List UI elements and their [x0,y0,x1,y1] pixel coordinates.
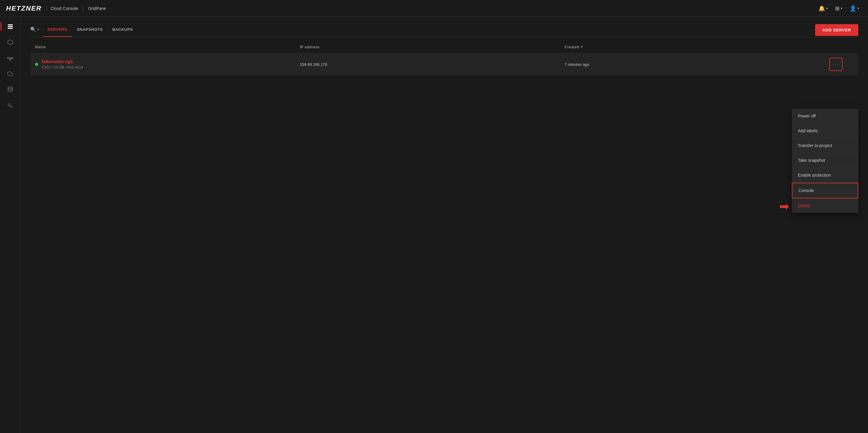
server-created: 7 minutes ago [564,62,829,67]
server-spec: CX11 / 20 GB / fsn1-dc14 [42,65,83,69]
grid-icon: ⊞ [835,5,840,12]
user-icon: 👤 [849,5,856,12]
servers-table: Name IP address Created ▾ falkenstein-2g… [30,45,858,76]
project-name: GridPane [83,6,106,11]
svg-marker-3 [7,40,13,45]
table-row: falkenstein-2gb CX11 / 20 GB / fsn1-dc14… [30,53,858,76]
tab-snapshots[interactable]: SNAPSHOTS [72,25,107,37]
cloud-icon [7,71,13,77]
tab-servers[interactable]: SERVERS [42,25,72,37]
servers-icon [7,24,13,30]
main-layout: 🔍 ▾ SERVERS SNAPSHOTS BACKUPS ADD SERVER… [0,17,868,433]
col-created[interactable]: Created ▾ [564,45,829,49]
sort-icon: ▾ [581,45,583,49]
status-indicator [35,63,38,66]
bell-icon: 🔔 [818,5,825,12]
col-name: Name [35,45,300,49]
top-navigation: HETZNER Cloud Console GridPane 🔔 ▾ ⊞ ▾ 👤… [0,0,868,17]
sidebar-item-networking[interactable] [3,51,18,65]
database-icon [7,86,13,92]
topnav-actions: 🔔 ▾ ⊞ ▾ 👤 ▾ [815,3,862,13]
network-icon [7,55,13,61]
grid-dropdown-icon: ▾ [841,7,842,10]
svg-rect-2 [7,28,13,29]
server-ip: 159.69.169.178 [300,62,564,67]
sidebar [0,17,21,433]
add-server-button[interactable]: ADD SERVER [815,24,858,36]
svg-rect-0 [7,25,13,25]
sidebar-item-volumes[interactable] [3,35,18,49]
app-name: Cloud Console [46,6,78,11]
sidebar-item-cloud[interactable] [3,66,18,81]
context-menu: Power off Add labels Transfer to project… [792,109,858,213]
server-name[interactable]: falkenstein-2gb [42,59,83,64]
tab-backups[interactable]: BACKUPS [107,25,138,37]
cube-icon [7,39,13,45]
svg-rect-4 [7,57,9,59]
col-ip: IP address [300,45,564,49]
search-icon: 🔍 [30,27,36,32]
main-content: 🔍 ▾ SERVERS SNAPSHOTS BACKUPS ADD SERVER… [21,17,868,433]
server-name-cell: falkenstein-2gb CX11 / 20 GB / fsn1-dc14 [35,59,300,69]
grid-menu-button[interactable]: ⊞ ▾ [832,3,845,13]
notifications-dropdown-icon: ▾ [826,7,828,10]
ellipsis-icon: ··· [833,61,839,68]
context-menu-delete[interactable]: Delete [792,198,858,213]
user-menu-button[interactable]: 👤 ▾ [846,3,862,13]
svg-rect-1 [7,26,13,27]
context-menu-snapshot[interactable]: Take snapshot [792,153,858,168]
more-options-button[interactable]: ··· [829,58,843,71]
context-menu-protection[interactable]: Enable protection [792,168,858,183]
table-header: Name IP address Created ▾ [30,45,858,53]
svg-rect-5 [11,57,13,59]
notifications-button[interactable]: 🔔 ▾ [815,3,831,13]
annotation-arrow: ➡ [779,199,789,213]
context-menu-add-labels[interactable]: Add labels [792,124,858,138]
context-menu-console[interactable]: Console [792,183,858,198]
svg-point-9 [8,87,12,89]
search-dropdown-icon: ▾ [37,28,39,31]
key-icon [7,102,13,108]
context-menu-transfer[interactable]: Transfer to project [792,138,858,153]
sidebar-item-servers[interactable] [3,19,18,34]
context-menu-power-off[interactable]: Power off [792,109,858,124]
svg-rect-6 [9,59,11,60]
sidebar-item-managed-db[interactable] [3,82,18,97]
sidebar-item-ssh-keys[interactable] [3,98,18,112]
search-button[interactable]: 🔍 ▾ [30,24,42,37]
logo: HETZNER Cloud Console [6,4,78,12]
col-actions [829,45,854,49]
tabs-bar: 🔍 ▾ SERVERS SNAPSHOTS BACKUPS [30,24,858,37]
user-dropdown-icon: ▾ [858,7,859,10]
logo-text: HETZNER [6,4,42,12]
